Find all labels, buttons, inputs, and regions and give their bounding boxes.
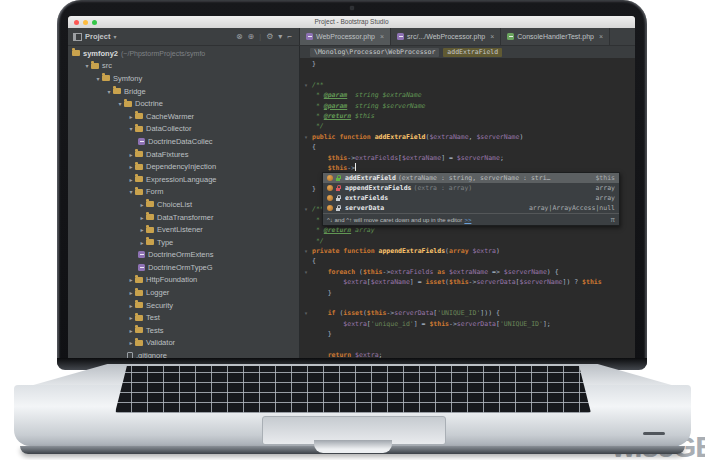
tree-item-doctrinedatacollec[interactable]: DoctrineDataCollec: [68, 135, 299, 148]
completion-item-serverData[interactable]: serverDataarray|ArrayAccess|null: [323, 203, 619, 213]
expand-arrow-icon[interactable]: ▸: [127, 113, 135, 120]
tree-item-doctrine[interactable]: ▾Doctrine: [68, 97, 299, 110]
tree-item-label: Type: [157, 238, 173, 247]
expand-arrow-icon[interactable]: ▸: [138, 214, 146, 221]
tab-webprocessor-php[interactable]: WebProcessor.php×: [300, 28, 391, 45]
popup-footer: ^↓ and ^↑ will move caret down and up in…: [323, 213, 619, 225]
tree-item-tests[interactable]: ▸Tests: [68, 324, 299, 337]
expand-arrow-icon[interactable]: ▸: [127, 163, 135, 170]
collapse-arrow-icon[interactable]: ▾: [127, 188, 135, 195]
tree-item-datafixtures[interactable]: ▸DataFixtures: [68, 148, 299, 161]
fold-marker-icon[interactable]: ▾: [300, 308, 312, 318]
tree-item-symfony2[interactable]: symfony2(~/PhpstormProjects/symfo: [68, 47, 299, 60]
tree-item-label: Test: [146, 313, 160, 322]
folder-icon: [72, 50, 80, 56]
code-text: * @param string $extraName: [312, 90, 422, 100]
tree-item-type[interactable]: ▸Type: [68, 236, 299, 249]
tab-consolehandlertest-php[interactable]: ConsoleHandlerTest.php×: [501, 28, 610, 45]
php-file-icon: [138, 251, 145, 258]
fold-marker-icon[interactable]: ▾: [300, 132, 312, 142]
fold-marker-icon[interactable]: ▾: [300, 246, 312, 256]
collapse-arrow-icon[interactable]: ▾: [116, 100, 124, 107]
fold-marker-icon[interactable]: ▾: [300, 204, 312, 214]
code-text: * @return array: [312, 225, 375, 235]
folder-icon: [135, 340, 143, 346]
project-tree[interactable]: symfony2(~/PhpstormProjects/symfo▾src▾Sy…: [68, 46, 300, 362]
collapse-arrow-icon[interactable]: ▾: [94, 75, 102, 82]
close-circle-icon[interactable]: ⊗: [236, 33, 243, 41]
fold-marker-icon[interactable]: ▾: [300, 267, 312, 277]
code-line: }: [300, 329, 635, 339]
expand-arrow-icon[interactable]: ▸: [127, 339, 135, 346]
code-text: private function appendExtraFields(array…: [312, 246, 500, 256]
expand-arrow-icon[interactable]: ▸: [138, 226, 146, 233]
divider: |: [259, 33, 261, 41]
locate-icon[interactable]: ⊕: [248, 33, 255, 41]
gear-caret[interactable]: ▾: [278, 33, 282, 41]
tree-item-src[interactable]: ▾src: [68, 60, 299, 73]
tree-item-security[interactable]: ▸Security: [68, 299, 299, 312]
tree-item-expressionlanguage[interactable]: ▸ExpressionLanguage: [68, 173, 299, 186]
laptop-keyboard: [115, 366, 591, 413]
field-icon: [327, 195, 333, 201]
collapse-arrow-icon[interactable]: ▾: [83, 62, 91, 69]
tree-item-cachewarmer[interactable]: ▸CacheWarmer: [68, 110, 299, 123]
tree-item-validator[interactable]: ▸Validator: [68, 337, 299, 350]
completion-item-addExtraField[interactable]: addExtraField(extraName : string, server…: [323, 173, 619, 183]
close-tab-icon[interactable]: ×: [380, 33, 384, 40]
code-line: * @return array: [300, 225, 635, 235]
tab-src-webprocessor-php[interactable]: src/.../WebProcessor.php×: [391, 28, 501, 45]
key-icon: [335, 195, 341, 201]
hide-panel-icon[interactable]: ⌐: [287, 33, 292, 41]
expand-arrow-icon[interactable]: ▸: [138, 239, 146, 246]
expand-arrow-icon[interactable]: ▸: [127, 151, 135, 158]
tree-item-label: Doctrine: [135, 99, 163, 108]
close-tab-icon[interactable]: ×: [599, 33, 603, 40]
tree-item-dependencyinjection[interactable]: ▸DependencyInjection: [68, 160, 299, 173]
breadcrumb-class[interactable]: \Monolog\Processor\WebProcessor: [310, 48, 439, 57]
fold-marker-icon[interactable]: ▾: [300, 80, 312, 90]
folder-icon: [135, 327, 143, 333]
tree-item-choicelist[interactable]: ▸ChoiceList: [68, 198, 299, 211]
expand-arrow-icon[interactable]: ▸: [127, 176, 135, 183]
tree-item-eventlistener[interactable]: ▸EventListener: [68, 223, 299, 236]
code-line: $extra['unique_id'] = $this->serverData[…: [300, 319, 635, 329]
expand-arrow-icon[interactable]: ▸: [127, 327, 135, 334]
expand-arrow-icon[interactable]: ▸: [127, 302, 135, 309]
tree-item-test[interactable]: ▸Test: [68, 311, 299, 324]
tree-item-datacollector[interactable]: ▾DataCollector: [68, 123, 299, 136]
expand-arrow-icon[interactable]: ▸: [138, 201, 146, 208]
tree-item-label: DataCollector: [146, 124, 191, 133]
tree-item-logger[interactable]: ▸Logger: [68, 286, 299, 299]
close-tab-icon[interactable]: ×: [490, 33, 494, 40]
breadcrumb-method[interactable]: addExtraField: [443, 48, 502, 57]
expand-arrow-icon[interactable]: ▸: [127, 314, 135, 321]
expand-arrow-icon[interactable]: ▸: [127, 276, 135, 283]
completion-name: appendExtraFields: [345, 184, 412, 192]
collapse-arrow-icon[interactable]: ▾: [127, 125, 135, 132]
chevron-down-icon[interactable]: ▾: [113, 33, 116, 40]
code-text: /**: [312, 80, 324, 90]
completion-item-extraFields[interactable]: extraFieldsarray: [323, 193, 619, 203]
settings-gear-icon[interactable]: ⚙: [266, 33, 273, 41]
tree-item-doctrineormtypeg[interactable]: DoctrineOrmTypeG: [68, 261, 299, 274]
completion-item-appendExtraFields[interactable]: appendExtraFields(extra : array)array: [323, 183, 619, 193]
tree-item-form[interactable]: ▾Form: [68, 186, 299, 199]
completion-return-type: array: [595, 184, 615, 192]
code-line: [300, 69, 635, 79]
tree-item-datatransformer[interactable]: ▸DataTransformer: [68, 211, 299, 224]
project-toolwindow-header[interactable]: Project ▾ ⊗⊕|⚙▾⌐: [68, 28, 300, 45]
tree-item-httpfoundation[interactable]: ▸HttpFoundation: [68, 274, 299, 287]
completion-return-type: array: [595, 194, 615, 202]
tree-item-symfony[interactable]: ▾Symfony: [68, 72, 299, 85]
folder-icon: [146, 214, 154, 220]
folder-icon: [135, 290, 143, 296]
popup-more-link[interactable]: >>: [464, 217, 471, 223]
code-text: }: [312, 329, 332, 339]
expand-arrow-icon[interactable]: ▸: [127, 289, 135, 296]
tree-item-bridge[interactable]: ▾Bridge: [68, 85, 299, 98]
tree-item-label: DoctrineDataCollec: [148, 137, 213, 146]
collapse-arrow-icon[interactable]: ▾: [105, 88, 113, 95]
public-unlock-icon: [335, 175, 341, 181]
tree-item-doctrineormextens[interactable]: DoctrineOrmExtens: [68, 249, 299, 262]
